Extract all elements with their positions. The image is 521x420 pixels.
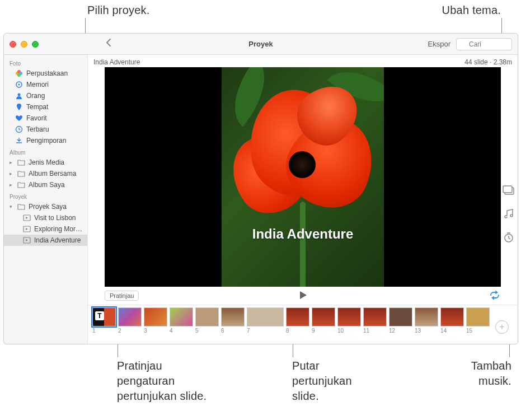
thumbnail[interactable]: 2 (118, 307, 142, 334)
thumbnail-image (92, 307, 116, 326)
clock-icon (15, 125, 23, 133)
sidebar: Foto Perpustakaan Memori Orang Tempat Fa… (4, 55, 88, 344)
thumbnail-number: 2 (118, 328, 121, 334)
sidebar-item-label: Memori (26, 81, 49, 88)
slide-preview[interactable]: India Adventure (105, 67, 501, 287)
sidebar-item-label: Exploring Mor… (34, 225, 82, 233)
maximize-window-button[interactable] (32, 41, 39, 48)
window-controls (10, 41, 39, 48)
chevron-left-icon (106, 38, 111, 47)
chevron-down-icon: ▾ (10, 204, 14, 209)
app-window: Proyek Ekspor Foto Perpustakaan Memori (3, 33, 518, 344)
close-window-button[interactable] (10, 41, 16, 48)
thumbnail-image (363, 307, 387, 326)
slide-title-text[interactable]: India Adventure (252, 226, 353, 242)
sidebar-item-label: Visit to Lisbon (34, 214, 76, 222)
sidebar-item-terbaru[interactable]: Terbaru (4, 124, 87, 135)
heart-icon (15, 114, 23, 122)
sidebar-item-perpustakaan[interactable]: Perpustakaan (4, 68, 87, 79)
callout-play-slideshow: Putar pertunjukan slide. (292, 358, 352, 404)
thumbnail[interactable]: 4 (170, 307, 193, 334)
thumbnail-image (286, 307, 309, 326)
duration-button[interactable] (502, 231, 515, 244)
project-name: India Adventure (93, 58, 140, 66)
thumbnail[interactable]: 10 (337, 307, 361, 334)
sidebar-section-proyek: Proyek (4, 190, 87, 201)
svg-point-8 (18, 94, 21, 96)
slideshow-icon (23, 214, 31, 222)
right-tool-panel (502, 184, 515, 244)
thumbnail-strip[interactable]: 123456789101112131415+ (88, 305, 518, 344)
content-area: India Adventure 44 slide · 2.38m India A… (88, 55, 518, 344)
sidebar-item-tempat[interactable]: Tempat (4, 101, 87, 113)
project-meta: 44 slide · 2.38m (464, 58, 512, 66)
sidebar-item-orang[interactable]: Orang (4, 90, 87, 101)
chevron-right-icon: ▸ (10, 160, 14, 165)
export-button[interactable]: Ekspor (428, 40, 450, 48)
thumbnail-image (221, 307, 245, 326)
sidebar-section-album: Album (4, 146, 87, 157)
theme-button[interactable] (502, 184, 515, 197)
sidebar-item-label: Orang (26, 92, 45, 100)
sidebar-item-label: India Adventure (34, 236, 81, 244)
sidebar-project-visit[interactable]: Visit to Lisbon (4, 212, 87, 223)
thumbnail-image (170, 307, 193, 326)
thumbnail[interactable]: 8 (286, 307, 309, 334)
sidebar-item-album-bersama[interactable]: ▸ Album Bersama (4, 168, 87, 179)
add-photos-button[interactable]: + (495, 320, 509, 334)
sidebar-item-label: Proyek Saya (29, 203, 67, 211)
thumbnail-number: 15 (466, 328, 472, 334)
thumbnail-image (466, 307, 490, 326)
thumbnail-number: 9 (312, 328, 315, 334)
pin-icon (15, 103, 23, 111)
thumbnail[interactable]: 3 (144, 307, 167, 334)
search-input[interactable] (456, 38, 512, 50)
thumbnail[interactable]: 11 (363, 307, 387, 334)
sidebar-item-label: Perpustakaan (26, 69, 68, 77)
sidebar-item-favorit[interactable]: Favorit (4, 113, 87, 124)
thumbnail[interactable]: 13 (415, 307, 438, 334)
loop-button[interactable] (489, 291, 501, 301)
thumbnail-image (144, 307, 167, 326)
music-button[interactable] (502, 207, 515, 221)
minimize-window-button[interactable] (21, 41, 27, 48)
loop-icon (489, 291, 501, 300)
play-button[interactable] (298, 290, 308, 302)
thumbnail-number: 14 (440, 328, 447, 334)
thumbnail-number: 3 (144, 328, 147, 334)
thumbnail[interactable]: 1 (92, 307, 116, 334)
sidebar-item-pengimporan[interactable]: Pengimporan (4, 135, 87, 146)
thumbnail[interactable]: 15 (466, 307, 490, 334)
plus-icon: + (499, 322, 504, 332)
sidebar-item-memori[interactable]: Memori (4, 79, 87, 90)
sidebar-item-label: Terbaru (26, 125, 49, 133)
window-title: Proyek (248, 40, 273, 48)
thumbnail-image (440, 307, 464, 326)
theme-icon (503, 185, 515, 195)
sidebar-item-label: Album Bersama (29, 170, 76, 178)
preview-button[interactable]: Pratinjau (105, 291, 139, 301)
thumbnail[interactable]: 12 (389, 307, 412, 334)
titlebar: Proyek Ekspor (4, 34, 518, 55)
sidebar-item-jenis-media[interactable]: ▸ Jenis Media (4, 157, 87, 168)
thumbnail-number: 12 (389, 328, 395, 334)
timer-icon (503, 232, 514, 243)
thumbnail[interactable]: 9 (312, 307, 335, 334)
thumbnail[interactable]: 7 (247, 307, 284, 334)
sidebar-item-label: Pengimporan (26, 137, 66, 144)
chevron-right-icon: ▸ (10, 182, 14, 188)
folder-icon (17, 170, 25, 178)
chevron-right-icon: ▸ (10, 171, 14, 176)
sidebar-project-india[interactable]: India Adventure (4, 235, 87, 246)
svg-rect-14 (503, 186, 512, 193)
thumbnail-number: 13 (415, 328, 421, 334)
thumbnail-number: 5 (195, 328, 199, 334)
sidebar-item-album-saya[interactable]: ▸ Album Saya (4, 179, 87, 190)
thumbnail-image (312, 307, 335, 326)
sidebar-project-explore[interactable]: Exploring Mor… (4, 223, 87, 235)
thumbnail[interactable]: 14 (440, 307, 464, 334)
thumbnail[interactable]: 5 (195, 307, 219, 334)
sidebar-item-proyek-saya[interactable]: ▾ Proyek Saya (4, 201, 87, 212)
back-button[interactable] (106, 38, 111, 50)
thumbnail[interactable]: 6 (221, 307, 245, 334)
